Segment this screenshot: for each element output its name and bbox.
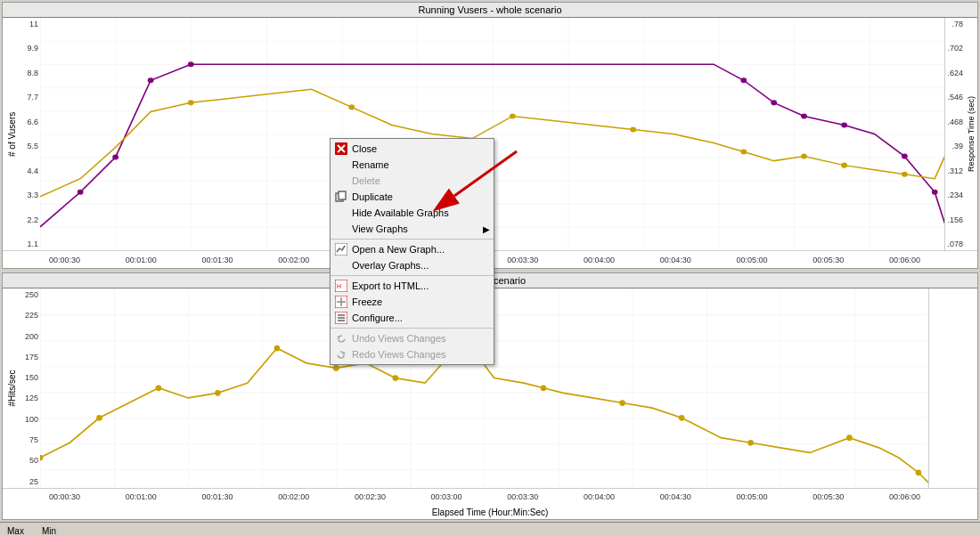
menu-item-export-html-label: Export to HTML... — [352, 280, 429, 291]
svg-point-11 — [188, 100, 194, 105]
menu-item-configure-label: Configure... — [352, 313, 403, 323]
svg-point-33 — [916, 469, 922, 475]
charts-area: Running Vusers - whole scenario # of Vus… — [0, 0, 980, 536]
bottom-y-axis-values: 250 225 200 175 150 125 100 75 50 25 — [20, 288, 40, 488]
min-label: Min — [42, 526, 56, 536]
menu-item-overlay-graphs-label: Overlay Graphs... — [352, 260, 429, 271]
svg-point-6 — [771, 100, 777, 105]
export-icon: H — [334, 279, 348, 293]
menu-item-rename[interactable]: Rename — [331, 157, 494, 173]
svg-point-3 — [148, 77, 154, 83]
svg-point-2 — [112, 155, 118, 160]
bottom-x-axis: 00:00:30 00:01:00 00:01:30 00:02:00 00:0… — [3, 488, 977, 506]
svg-point-21 — [96, 415, 102, 421]
menu-separator-2 — [331, 275, 494, 276]
menu-item-open-new-graph[interactable]: Open a New Graph... — [331, 241, 494, 257]
menu-item-rename-label: Rename — [352, 159, 389, 170]
svg-point-13 — [510, 113, 516, 118]
menu-item-redo-views-label: Redo Views Changes — [352, 349, 446, 360]
menu-item-hide-available-graphs[interactable]: Hide Available Graphs — [331, 205, 494, 221]
bottom-x-axis-ticks: 00:00:30 00:01:00 00:01:30 00:02:00 00:0… — [45, 491, 924, 503]
menu-item-view-graphs[interactable]: View Graphs ▶ — [331, 221, 494, 237]
main-container: Running Vusers - whole scenario # of Vus… — [0, 0, 980, 536]
max-label: Max — [7, 526, 24, 536]
svg-point-14 — [630, 126, 636, 132]
menu-item-delete: Delete — [331, 173, 494, 189]
svg-point-15 — [740, 150, 747, 155]
top-y-axis-label: # of Vusers — [3, 18, 20, 250]
menu-separator-3 — [331, 328, 494, 329]
bottom-bar: Max Min — [0, 522, 980, 536]
top-y-axis-values: 11 9.9 8.8 7.7 6.6 5.5 4.4 3.3 2.2 1.1 — [20, 18, 40, 250]
menu-item-hide-available-graphs-label: Hide Available Graphs — [352, 207, 449, 218]
undo-icon — [334, 331, 348, 345]
svg-rect-47 — [338, 317, 345, 319]
top-chart-title: Running Vusers - whole scenario — [3, 3, 977, 18]
menu-item-undo-views-label: Undo Views Changes — [352, 333, 446, 344]
duplicate-icon — [334, 190, 348, 204]
context-menu: Close Rename Delete Duplicate Hide Avail… — [330, 138, 494, 365]
close-icon — [334, 142, 348, 156]
menu-item-duplicate-label: Duplicate — [352, 191, 393, 202]
svg-rect-46 — [338, 314, 345, 316]
svg-point-24 — [274, 345, 281, 352]
menu-item-freeze-label: Freeze — [352, 296, 382, 307]
configure-icon — [334, 311, 348, 325]
menu-item-view-graphs-label: View Graphs — [352, 223, 408, 234]
bottom-right-spacer — [928, 288, 977, 488]
svg-point-22 — [156, 385, 162, 391]
svg-point-25 — [333, 365, 339, 371]
graph-icon — [334, 242, 348, 256]
menu-item-delete-label: Delete — [352, 175, 380, 186]
svg-point-32 — [846, 434, 853, 441]
svg-point-18 — [902, 172, 908, 177]
menu-item-undo-views: Undo Views Changes — [331, 330, 494, 346]
top-right-axis-label: Response Time (sec) — [965, 18, 977, 250]
svg-point-16 — [801, 154, 807, 159]
menu-item-duplicate[interactable]: Duplicate — [331, 189, 494, 205]
freeze-icon — [334, 295, 348, 309]
redo-icon — [334, 347, 348, 361]
svg-point-9 — [902, 154, 908, 159]
menu-item-redo-views: Redo Views Changes — [331, 346, 494, 362]
menu-item-close[interactable]: Close — [331, 141, 494, 157]
svg-point-5 — [740, 77, 747, 83]
svg-rect-38 — [339, 191, 346, 199]
svg-rect-48 — [338, 320, 345, 321]
top-right-axis: .78 .702 .624 .546 .468 .39 .312 .234 .1… — [944, 18, 977, 250]
svg-point-29 — [619, 400, 625, 406]
menu-separator-1 — [331, 239, 494, 240]
svg-point-4 — [188, 61, 194, 67]
bottom-y-axis-label: #Hits/sec — [3, 288, 20, 488]
svg-point-12 — [348, 104, 355, 110]
svg-point-7 — [801, 113, 807, 118]
svg-point-28 — [541, 385, 547, 391]
svg-point-8 — [841, 122, 847, 127]
menu-item-close-label: Close — [352, 143, 377, 154]
submenu-arrow-icon: ▶ — [483, 224, 490, 234]
svg-point-31 — [747, 440, 754, 446]
menu-item-export-html[interactable]: H Export to HTML... — [331, 278, 494, 294]
menu-item-freeze[interactable]: Freeze — [331, 294, 494, 310]
svg-point-26 — [392, 375, 398, 381]
svg-point-23 — [215, 390, 221, 396]
svg-text:H: H — [337, 283, 341, 289]
svg-point-30 — [679, 415, 685, 421]
menu-item-overlay-graphs[interactable]: Overlay Graphs... — [331, 257, 494, 273]
svg-point-1 — [78, 190, 84, 195]
x-axis-title: Elapsed Time (Hour:Min:Sec) — [3, 506, 977, 519]
svg-point-10 — [932, 190, 938, 195]
menu-item-open-new-graph-label: Open a New Graph... — [352, 244, 445, 255]
menu-item-configure[interactable]: Configure... — [331, 310, 494, 326]
svg-point-17 — [841, 163, 847, 168]
